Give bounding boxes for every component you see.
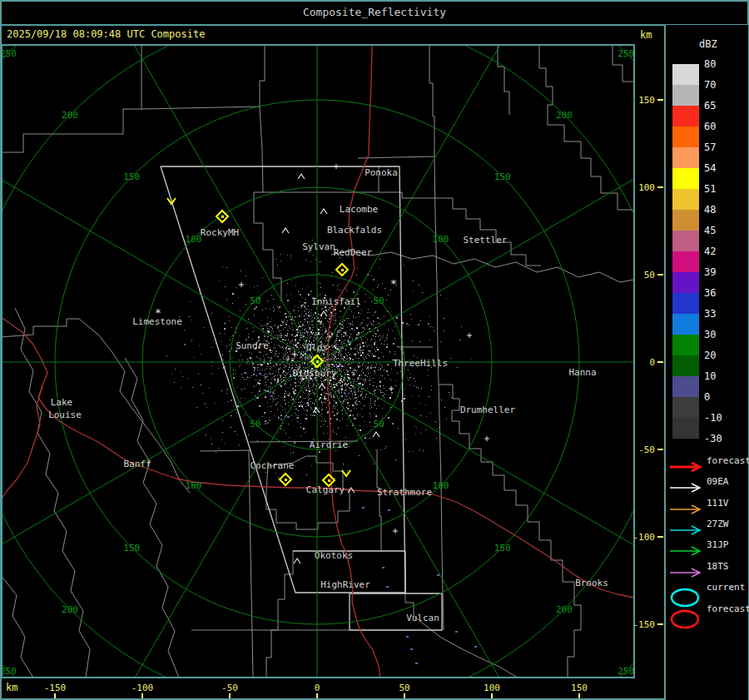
range-ring-label: 150 — [494, 171, 511, 182]
city-label: Blackfalds — [327, 225, 382, 236]
track-label: 18TS — [707, 560, 729, 571]
range-ring-label: 50 — [374, 295, 384, 306]
city-label: Olds — [306, 342, 329, 353]
bottom-axis-label: -100 — [131, 683, 154, 693]
caret-marker-icon — [298, 174, 305, 179]
range-ring-label: 150 — [123, 171, 140, 182]
caret-marker-icon — [294, 559, 300, 563]
range-ring-label: 200 — [556, 604, 573, 615]
right-axis-label: 50 — [644, 270, 655, 280]
legend-title: dBZ — [699, 38, 717, 50]
legend-color-swatch — [672, 314, 699, 335]
bottom-axis-label: 150 — [571, 683, 588, 693]
legend-scale-value: 48 — [704, 204, 716, 216]
legend-color-swatch — [672, 231, 699, 251]
legend-scale-value: 54 — [704, 162, 716, 174]
legend-color-swatch — [672, 251, 699, 272]
bottom-axis-label: -50 — [221, 683, 238, 693]
range-ring-label: 100 — [433, 234, 449, 245]
legend-color-swatch — [672, 85, 699, 106]
range-ring-label: 250 — [618, 48, 634, 59]
radar-map: 5050505010010010010015015015015020020020… — [0, 0, 749, 700]
city-label: Banff — [123, 459, 151, 469]
right-axis-unit-label: km — [640, 29, 652, 41]
legend-scale-value: 42 — [704, 246, 716, 257]
bottom-axis-unit-label: km — [6, 682, 17, 693]
city-label: Stettler — [464, 235, 508, 246]
city-label: Limestone — [132, 316, 182, 327]
legend-panel: dBZ 807065605754514845423936333020100-10… — [666, 25, 748, 700]
legend-scale-value: 45 — [704, 225, 716, 236]
track-label: 27ZW — [707, 518, 729, 529]
legend-scale-value: 80 — [704, 58, 716, 70]
range-ring-label: 200 — [62, 604, 78, 615]
timestamp-label: 2025/09/18 08:09:48 UTC Composite — [7, 28, 205, 40]
right-axis-label: 0 — [649, 357, 655, 368]
legend-scale-value: 65 — [704, 100, 716, 112]
right-axis-label: 100 — [638, 182, 655, 193]
city-label: Lake — [51, 397, 73, 408]
legend-scale-value: 51 — [704, 183, 716, 195]
city-label: Drumheller — [460, 405, 516, 415]
right-axis-label: -100 — [633, 532, 656, 543]
bottom-axis-label: 0 — [315, 683, 320, 693]
city-label: Calgary — [306, 484, 345, 495]
city-label: HighRiver — [320, 579, 370, 590]
bottom-axis-label: 100 — [484, 683, 500, 693]
legend-scale-value: 60 — [704, 121, 716, 132]
city-label: Vulcan — [406, 613, 439, 623]
city-label: Cochrane — [250, 460, 295, 471]
radar-app-window: 5050505010010010010015015015015020020020… — [0, 0, 749, 700]
right-axis-label: -150 — [633, 619, 656, 630]
region-label: forecast — [707, 603, 749, 614]
region-label: current — [707, 582, 745, 593]
city-label: Didsbury — [293, 368, 337, 379]
bottom-axis-label: -150 — [44, 683, 67, 693]
city-label: RockyMH — [201, 227, 239, 238]
legend-color-swatch — [672, 127, 699, 147]
range-ring-label: 50 — [250, 295, 260, 306]
track-label: 111V — [707, 497, 729, 508]
city-label: Innisfail — [311, 296, 361, 307]
track-arrow-icon — [668, 566, 705, 579]
legend-color-swatch — [672, 64, 699, 85]
legend-scale-value: 57 — [704, 141, 716, 153]
legend-color-swatch — [672, 335, 699, 355]
right-axis-label: 150 — [638, 95, 655, 106]
legend-color-swatch — [672, 168, 699, 189]
legend-color-swatch — [672, 293, 699, 314]
legend-scale-value: 33 — [704, 308, 716, 320]
legend-color-swatch — [672, 272, 699, 293]
legend-scale-value: 20 — [704, 350, 716, 361]
track-label: 31JP — [707, 539, 729, 550]
track-arrow-icon — [668, 503, 705, 516]
legend-color-swatch — [672, 106, 699, 127]
track-label: forecast — [707, 455, 749, 466]
range-ring-label: 150 — [123, 543, 140, 554]
legend-scale-value: 30 — [704, 329, 716, 340]
range-ring-label: 200 — [62, 110, 78, 121]
caret-marker-icon — [320, 209, 327, 214]
caret-marker-icon — [282, 228, 289, 233]
city-label: Okotoks — [315, 550, 353, 561]
legend-scale-value: 39 — [704, 266, 716, 278]
range-ring-label: 50 — [374, 419, 384, 429]
city-label: Sundre — [236, 340, 269, 351]
range-ring-label: 200 — [556, 110, 573, 121]
range-ring-label: 50 — [250, 419, 260, 429]
caret-marker-icon — [373, 432, 379, 437]
city-label: Sylvan — [302, 241, 335, 252]
city-label: ThreeHills — [393, 358, 448, 369]
legend-scale-value: 0 — [704, 391, 710, 403]
track-arrow-icon — [668, 481, 705, 494]
range-ring-label: 100 — [186, 234, 202, 245]
city-label: Hanna — [568, 367, 596, 378]
caret-marker-icon — [320, 311, 327, 316]
legend-color-swatch — [672, 147, 699, 168]
legend-color-swatch — [672, 189, 699, 210]
track-arrow-icon — [668, 544, 705, 558]
region-ellipse-icon — [668, 608, 705, 630]
city-label: Brooks — [575, 578, 608, 588]
range-ring-label: 100 — [186, 480, 202, 491]
legend-scale-value: -30 — [704, 433, 722, 444]
